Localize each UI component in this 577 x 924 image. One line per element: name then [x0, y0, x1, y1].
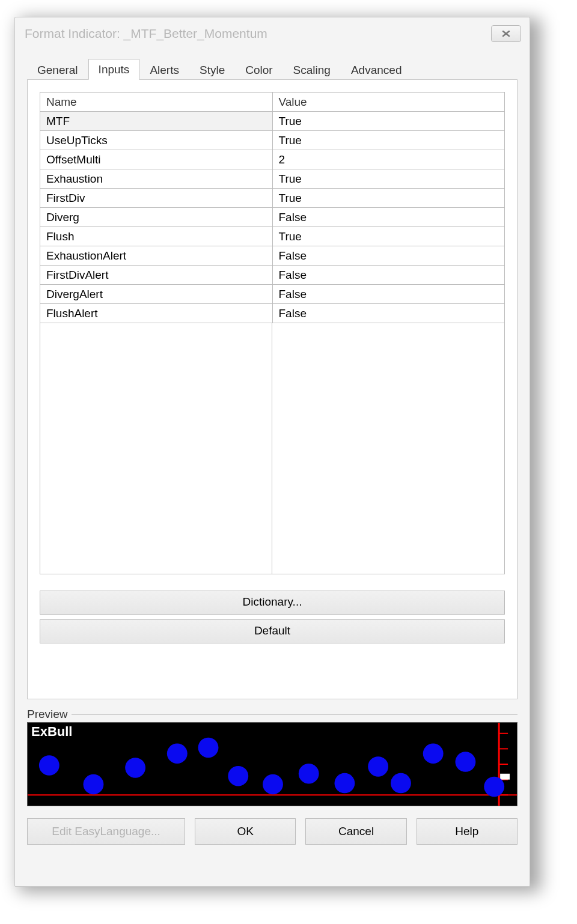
tab-inputs[interactable]: Inputs: [88, 59, 140, 80]
cell-name: Exhaustion: [40, 169, 273, 189]
table-empty-area: [40, 323, 505, 574]
table-row[interactable]: DivergFalse: [40, 208, 505, 227]
preview-group: Preview ExBull: [27, 708, 517, 806]
preview-legend-row: Preview: [27, 708, 517, 721]
tab-general[interactable]: General: [27, 59, 88, 80]
cell-value[interactable]: False: [272, 208, 505, 227]
svg-point-19: [423, 744, 444, 764]
table-row[interactable]: OffsetMulti2: [40, 150, 505, 169]
svg-point-8: [39, 755, 60, 776]
cell-name: FirstDivAlert: [40, 266, 273, 285]
svg-point-13: [228, 766, 248, 786]
svg-point-14: [263, 774, 283, 795]
table-row[interactable]: FirstDivAlertFalse: [40, 266, 505, 285]
close-button[interactable]: [491, 25, 521, 42]
cell-value[interactable]: False: [272, 246, 505, 266]
dialog-window: Format Indicator: _MTF_Better_Momentum G…: [14, 17, 530, 887]
table-row[interactable]: FlushTrue: [40, 227, 505, 246]
tab-alerts[interactable]: Alerts: [139, 59, 189, 80]
svg-point-12: [198, 738, 219, 758]
dictionary-button[interactable]: Dictionary...: [40, 591, 505, 615]
preview-legend: Preview: [27, 708, 68, 721]
inputs-panel: Name Value MTFTrue UseUpTicksTrue Offset…: [27, 79, 517, 699]
svg-point-15: [299, 764, 319, 784]
svg-point-21: [484, 777, 504, 797]
window-title: Format Indicator: _MTF_Better_Momentum: [25, 26, 267, 41]
svg-point-16: [334, 773, 355, 794]
table-row[interactable]: DivergAlertFalse: [40, 285, 505, 304]
svg-rect-7: [500, 774, 510, 780]
ok-button[interactable]: OK: [195, 818, 296, 845]
tab-style[interactable]: Style: [189, 59, 235, 80]
tab-color[interactable]: Color: [235, 59, 282, 80]
table-row[interactable]: UseUpTicksTrue: [40, 131, 505, 150]
edit-easylanguage-button: Edit EasyLanguage...: [27, 818, 185, 845]
preview-chart-icon: [28, 723, 517, 806]
cancel-button[interactable]: Cancel: [305, 818, 406, 845]
svg-point-20: [456, 752, 476, 772]
tab-strip: General Inputs Alerts Style Color Scalin…: [27, 58, 530, 79]
table-row[interactable]: FirstDivTrue: [40, 189, 505, 208]
svg-point-9: [84, 774, 104, 795]
cell-value[interactable]: True: [272, 131, 505, 150]
svg-point-17: [368, 756, 388, 777]
table-row[interactable]: ExhaustionAlertFalse: [40, 246, 505, 266]
cell-name: Diverg: [40, 208, 273, 227]
cell-name: OffsetMulti: [40, 150, 273, 169]
svg-point-10: [125, 758, 145, 778]
dialog-footer: Edit EasyLanguage... OK Cancel Help: [27, 818, 517, 845]
title-bar: Format Indicator: _MTF_Better_Momentum: [15, 17, 530, 46]
preview-legend-line: [72, 714, 517, 715]
cell-name: MTF: [40, 112, 273, 131]
tab-advanced[interactable]: Advanced: [341, 59, 412, 80]
cell-name: ExhaustionAlert: [40, 246, 273, 266]
cell-name: UseUpTicks: [40, 131, 273, 150]
table-row[interactable]: ExhaustionTrue: [40, 169, 505, 189]
cell-name: FirstDiv: [40, 189, 273, 208]
close-icon: [501, 30, 511, 37]
cell-value[interactable]: False: [272, 266, 505, 285]
inputs-button-stack: Dictionary... Default: [40, 591, 505, 643]
cell-value[interactable]: 2: [272, 150, 505, 169]
col-header-name[interactable]: Name: [40, 93, 273, 112]
cell-value[interactable]: False: [272, 304, 505, 323]
cell-value[interactable]: True: [272, 189, 505, 208]
cell-value[interactable]: True: [272, 112, 505, 131]
preview-canvas: ExBull: [27, 722, 517, 806]
col-header-value[interactable]: Value: [272, 93, 505, 112]
table-row[interactable]: FlushAlertFalse: [40, 304, 505, 323]
default-button[interactable]: Default: [40, 619, 505, 643]
help-button[interactable]: Help: [417, 818, 517, 845]
cell-name: FlushAlert: [40, 304, 273, 323]
cell-name: DivergAlert: [40, 285, 273, 304]
cell-value[interactable]: True: [272, 227, 505, 246]
cell-value[interactable]: True: [272, 169, 505, 189]
svg-point-18: [391, 773, 411, 794]
cell-value[interactable]: False: [272, 285, 505, 304]
inputs-table[interactable]: Name Value MTFTrue UseUpTicksTrue Offset…: [40, 92, 505, 323]
table-row[interactable]: MTFTrue: [40, 112, 505, 131]
svg-point-11: [167, 744, 188, 764]
tab-scaling[interactable]: Scaling: [283, 59, 341, 80]
cell-name: Flush: [40, 227, 273, 246]
inputs-table-wrap: Name Value MTFTrue UseUpTicksTrue Offset…: [40, 92, 505, 579]
